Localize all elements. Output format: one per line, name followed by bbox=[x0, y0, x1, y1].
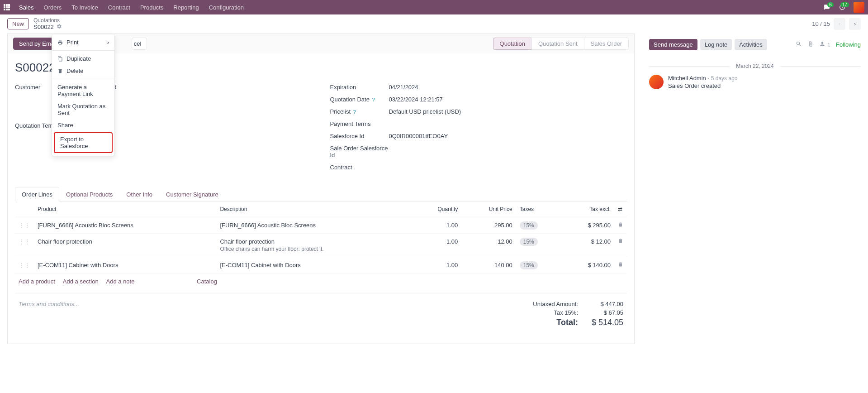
message-avatar bbox=[649, 75, 664, 89]
add-section-link[interactable]: Add a section bbox=[63, 278, 99, 285]
messaging-badge: 6 bbox=[827, 2, 834, 7]
actions-dropdown: Print › Duplicate Delete bbox=[52, 34, 115, 156]
following-button[interactable]: Following bbox=[836, 41, 861, 48]
col-price: Unit Price bbox=[461, 201, 516, 217]
new-button[interactable]: New bbox=[7, 18, 29, 29]
send-message-button[interactable]: Send message bbox=[649, 39, 697, 50]
tab-signature[interactable]: Customer Signature bbox=[159, 187, 225, 201]
table-row[interactable]: ⋮⋮ [E-COM11] Cabinet with Doors [E-COM11… bbox=[15, 257, 627, 273]
cell-product[interactable]: Chair floor protection bbox=[34, 234, 216, 257]
delete-row-icon[interactable] bbox=[614, 217, 627, 234]
mark-sent-menu-item[interactable]: Mark Quotation as Sent bbox=[52, 100, 114, 119]
message-time: - 5 days ago bbox=[707, 75, 737, 81]
tab-optional[interactable]: Optional Products bbox=[59, 187, 119, 201]
share-menu-item[interactable]: Share bbox=[52, 119, 114, 131]
pricelist-value[interactable]: Default USD pricelist (USD) bbox=[389, 108, 461, 115]
button-bar: Send by Email Print › Duplicate bbox=[7, 34, 635, 53]
cell-description[interactable]: Chair floor protectionOffice chairs can … bbox=[216, 234, 413, 257]
breadcrumb-parent[interactable]: Quotations bbox=[33, 17, 62, 24]
gen-payment-menu-item[interactable]: Generate a Payment Link bbox=[52, 81, 114, 100]
nav-products[interactable]: Products bbox=[136, 4, 168, 11]
cell-product[interactable]: [E-COM11] Cabinet with Doors bbox=[34, 257, 216, 273]
cancel-button[interactable]: cel bbox=[132, 38, 147, 50]
delete-row-icon[interactable] bbox=[614, 234, 627, 257]
nav-reporting[interactable]: Reporting bbox=[169, 4, 203, 11]
so-sf-id-label: Sale Order Salesforce Id bbox=[330, 145, 389, 158]
cell-description[interactable]: [FURN_6666] Acoustic Bloc Screens bbox=[216, 217, 413, 234]
cell-tax[interactable]: 15% bbox=[516, 234, 561, 257]
cell-qty[interactable]: 1.00 bbox=[413, 217, 462, 234]
pager-next[interactable]: › bbox=[849, 18, 861, 30]
status-bar: Quotation Quotation Sent Sales Order bbox=[493, 38, 629, 50]
cell-price[interactable]: 140.00 bbox=[461, 257, 516, 273]
col-toggle-icon[interactable]: ⇄ bbox=[614, 201, 627, 217]
nav-configuration[interactable]: Configuration bbox=[204, 4, 248, 11]
tax-label: Tax 15%: bbox=[515, 309, 578, 316]
activity-badge: 17 bbox=[840, 2, 849, 7]
copy-icon bbox=[57, 56, 63, 62]
followers-icon[interactable]: 1 bbox=[819, 41, 830, 48]
date-separator: March 22, 2024 bbox=[649, 63, 861, 69]
sf-id-value[interactable]: 0Q0IR000001tfEO0AY bbox=[389, 133, 448, 139]
quote-date-label: Quotation Date ? bbox=[330, 96, 389, 103]
terms-input[interactable]: Terms and conditions... bbox=[19, 301, 79, 329]
quote-date-value[interactable]: 03/22/2024 12:21:57 bbox=[389, 96, 443, 103]
untaxed-value: $ 447.00 bbox=[587, 301, 623, 307]
expiration-value[interactable]: 04/21/2024 bbox=[389, 84, 418, 91]
drag-handle-icon[interactable]: ⋮⋮ bbox=[15, 257, 34, 273]
tab-other[interactable]: Other Info bbox=[119, 187, 159, 201]
print-menu-item[interactable]: Print › bbox=[52, 36, 114, 48]
apps-icon[interactable] bbox=[4, 4, 10, 10]
breadcrumb-bar: New Quotations S00022 10 / 15 ‹ › bbox=[0, 14, 868, 34]
trash-icon bbox=[57, 68, 63, 74]
delete-row-icon[interactable] bbox=[614, 257, 627, 273]
tab-order-lines[interactable]: Order Lines bbox=[15, 187, 59, 201]
activity-icon[interactable]: 17 bbox=[839, 4, 845, 10]
add-note-link[interactable]: Add a note bbox=[106, 278, 135, 285]
export-salesforce-menu-item[interactable]: Export to Salesforce bbox=[54, 132, 113, 153]
status-order[interactable]: Sales Order bbox=[584, 38, 629, 50]
cell-tax[interactable]: 15% bbox=[516, 257, 561, 273]
status-sent[interactable]: Quotation Sent bbox=[531, 38, 584, 50]
col-product: Product bbox=[34, 201, 216, 217]
nav-contract[interactable]: Contract bbox=[104, 4, 135, 11]
nav-invoice[interactable]: To Invoice bbox=[67, 4, 103, 11]
drag-handle-icon[interactable]: ⋮⋮ bbox=[15, 217, 34, 234]
print-icon bbox=[57, 40, 63, 45]
add-product-link[interactable]: Add a product bbox=[19, 278, 55, 285]
pager-prev[interactable]: ‹ bbox=[834, 18, 845, 30]
user-avatar[interactable] bbox=[854, 2, 864, 13]
activities-button[interactable]: Activities bbox=[735, 39, 767, 50]
drag-handle-icon[interactable]: ⋮⋮ bbox=[15, 234, 34, 257]
pricelist-label: Pricelist ? bbox=[330, 108, 389, 115]
cell-qty[interactable]: 1.00 bbox=[413, 234, 462, 257]
cell-product[interactable]: [FURN_6666] Acoustic Bloc Screens bbox=[34, 217, 216, 234]
table-row[interactable]: ⋮⋮ [FURN_6666] Acoustic Bloc Screens [FU… bbox=[15, 217, 627, 234]
cell-qty[interactable]: 1.00 bbox=[413, 257, 462, 273]
untaxed-label: Untaxed Amount: bbox=[515, 301, 578, 307]
cell-price[interactable]: 295.00 bbox=[461, 217, 516, 234]
cell-tax[interactable]: 15% bbox=[516, 217, 561, 234]
payment-terms-label: Payment Terms bbox=[330, 120, 389, 127]
tax-value: $ 67.05 bbox=[587, 309, 623, 316]
search-icon[interactable] bbox=[796, 41, 802, 48]
duplicate-menu-item[interactable]: Duplicate bbox=[52, 53, 114, 65]
tabs: Order Lines Optional Products Other Info… bbox=[15, 187, 627, 201]
nav-orders[interactable]: Orders bbox=[39, 4, 66, 11]
catalog-link[interactable]: Catalog bbox=[197, 278, 217, 285]
col-subtotal: Tax excl. bbox=[561, 201, 614, 217]
gear-icon[interactable] bbox=[57, 24, 62, 30]
nav-sales[interactable]: Sales bbox=[14, 4, 38, 11]
messaging-icon[interactable]: 6 bbox=[824, 4, 830, 10]
pager-text: 10 / 15 bbox=[812, 20, 830, 27]
cell-description[interactable]: [E-COM11] Cabinet with Doors bbox=[216, 257, 413, 273]
log-note-button[interactable]: Log note bbox=[700, 39, 732, 50]
table-row[interactable]: ⋮⋮ Chair floor protection Chair floor pr… bbox=[15, 234, 627, 257]
total-value: $ 514.05 bbox=[587, 318, 623, 327]
attachment-icon[interactable] bbox=[807, 41, 814, 48]
contract-label: Contract bbox=[330, 164, 389, 171]
status-quotation[interactable]: Quotation bbox=[493, 38, 532, 50]
delete-menu-item[interactable]: Delete bbox=[52, 65, 114, 77]
cell-price[interactable]: 12.00 bbox=[461, 234, 516, 257]
cell-subtotal: $ 295.00 bbox=[561, 217, 614, 234]
